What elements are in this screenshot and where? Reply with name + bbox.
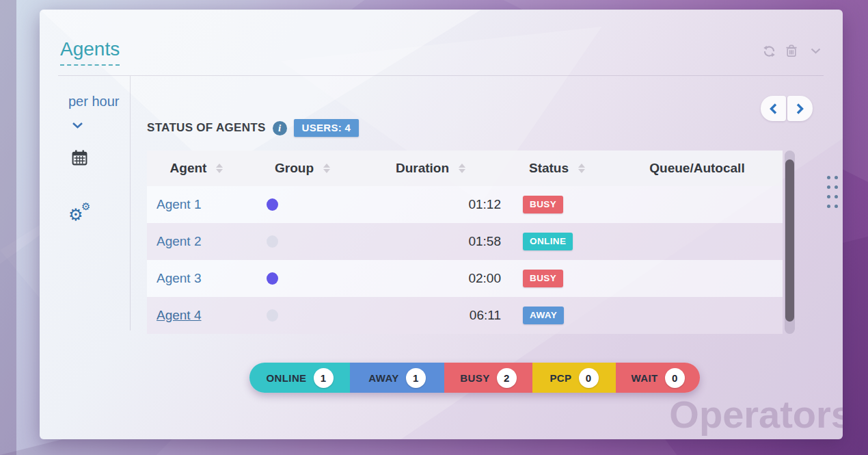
- pagination-arrows: [761, 96, 813, 121]
- column-header-queue-autocall[interactable]: Queue/Autocall: [612, 161, 783, 176]
- period-chevron-down-icon[interactable]: [72, 119, 83, 131]
- table-header-row: Agent Group Duration Status Queue/Autoca…: [147, 151, 783, 186]
- column-label: Duration: [396, 161, 449, 176]
- table-row: Agent 2 01:58 ONLINE: [147, 223, 783, 260]
- status-badge: ONLINE: [523, 233, 573, 250]
- summary-segment-online[interactable]: ONLINE 1: [249, 363, 350, 393]
- duration-cell: 01:12: [359, 197, 502, 212]
- page-title[interactable]: Agents: [60, 38, 120, 66]
- summary-label: AWAY: [368, 372, 398, 384]
- calendar-icon[interactable]: [71, 149, 88, 169]
- agent-link[interactable]: Agent 4: [147, 308, 246, 323]
- column-label: Status: [529, 161, 569, 176]
- summary-count: 1: [314, 368, 334, 388]
- summary-segment-pcp[interactable]: PCP 0: [532, 363, 616, 393]
- column-label: Group: [275, 161, 314, 176]
- next-page-button[interactable]: [787, 96, 813, 121]
- summary-segment-away[interactable]: AWAY 1: [350, 363, 444, 393]
- trash-icon[interactable]: [785, 44, 798, 58]
- duration-cell: 01:58: [359, 234, 502, 249]
- table-body: Agent 1 01:12 BUSY Agent 2 01:58 ONLINE …: [147, 186, 783, 334]
- table-row: Agent 3 02:00 BUSY: [147, 260, 783, 297]
- column-label: Queue/Autocall: [649, 161, 744, 176]
- sort-icon[interactable]: [216, 164, 223, 173]
- sort-icon[interactable]: [578, 164, 585, 173]
- duration-cell: 02:00: [359, 271, 502, 286]
- summary-count: 2: [497, 368, 517, 388]
- column-header-status[interactable]: Status: [502, 161, 612, 176]
- table-row: Agent 4 06:11 AWAY: [147, 297, 783, 334]
- sidebar-divider: [130, 76, 131, 330]
- summary-label: BUSY: [460, 372, 489, 384]
- section-title: STATUS OF AGENTS: [147, 121, 266, 135]
- agent-link[interactable]: Agent 1: [147, 197, 246, 212]
- gear-glyph: ⚙: [81, 202, 90, 212]
- status-cell: BUSY: [502, 196, 612, 213]
- column-header-agent[interactable]: Agent: [147, 161, 246, 176]
- section-header: STATUS OF AGENTS i USERS: 4: [147, 118, 359, 138]
- users-count-badge: USERS: 4: [294, 119, 360, 137]
- status-cell: BUSY: [502, 270, 612, 287]
- panel-toolbar: [762, 44, 821, 58]
- duration-cell: 06:11: [359, 308, 502, 323]
- status-cell: AWAY: [502, 307, 612, 324]
- panel-collapse-chevron-icon[interactable]: [811, 48, 821, 54]
- operators-watermark: Operators: [669, 392, 843, 437]
- group-cell: [246, 198, 359, 211]
- summary-count: 0: [665, 368, 685, 388]
- widget-drag-handle[interactable]: [827, 176, 838, 208]
- sort-icon[interactable]: [323, 164, 330, 173]
- prev-page-button[interactable]: [761, 96, 786, 121]
- gears-icon[interactable]: ⚙ ⚙: [68, 203, 96, 230]
- summary-segment-busy[interactable]: BUSY 2: [444, 363, 532, 393]
- column-header-duration[interactable]: Duration: [359, 161, 502, 176]
- header-divider: [58, 75, 824, 76]
- table-scrollbar-thumb[interactable]: [785, 159, 794, 322]
- agents-table: Agent Group Duration Status Queue/Autoca…: [147, 151, 783, 334]
- sort-icon[interactable]: [459, 164, 465, 173]
- agent-link[interactable]: Agent 2: [147, 234, 246, 249]
- background-facet: [0, 0, 16, 455]
- table-row: Agent 1 01:12 BUSY: [147, 186, 783, 223]
- agents-widget-panel: Agents: [40, 10, 843, 439]
- column-label: Agent: [170, 161, 207, 176]
- group-cell: [246, 272, 359, 285]
- refresh-icon[interactable]: [762, 44, 776, 58]
- summary-count: 1: [406, 368, 426, 388]
- group-dot: [267, 235, 278, 248]
- column-header-group[interactable]: Group: [246, 161, 359, 176]
- table-scrollbar-track[interactable]: [785, 151, 795, 334]
- group-dot: [267, 309, 278, 322]
- group-cell: [246, 235, 359, 248]
- status-summary-bar: ONLINE 1 AWAY 1 BUSY 2 PCP 0 WAIT 0: [249, 363, 700, 393]
- status-badge: AWAY: [523, 307, 564, 324]
- status-cell: ONLINE: [502, 233, 612, 250]
- status-badge: BUSY: [523, 270, 563, 287]
- summary-label: WAIT: [631, 372, 657, 384]
- group-dot: [267, 198, 278, 211]
- info-icon[interactable]: i: [273, 121, 287, 135]
- group-cell: [246, 309, 359, 322]
- summary-label: PCP: [550, 372, 571, 384]
- summary-segment-wait[interactable]: WAIT 0: [616, 363, 700, 393]
- agent-link[interactable]: Agent 3: [147, 271, 246, 286]
- period-selector[interactable]: per hour: [68, 94, 120, 109]
- summary-label: ONLINE: [266, 372, 306, 384]
- status-badge: BUSY: [523, 196, 563, 213]
- summary-count: 0: [579, 368, 599, 388]
- group-dot: [267, 272, 278, 285]
